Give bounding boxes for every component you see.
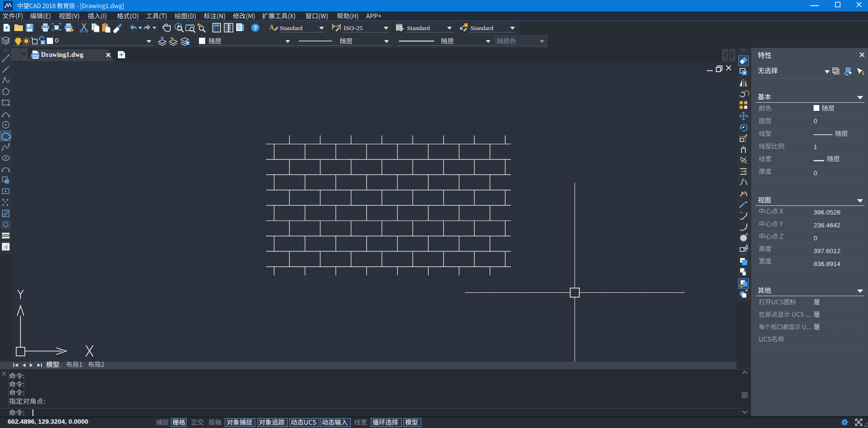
svg-text:A: A — [269, 24, 274, 31]
svg-text:?: ? — [253, 25, 257, 32]
svg-text:DWG: DWG — [31, 54, 40, 57]
